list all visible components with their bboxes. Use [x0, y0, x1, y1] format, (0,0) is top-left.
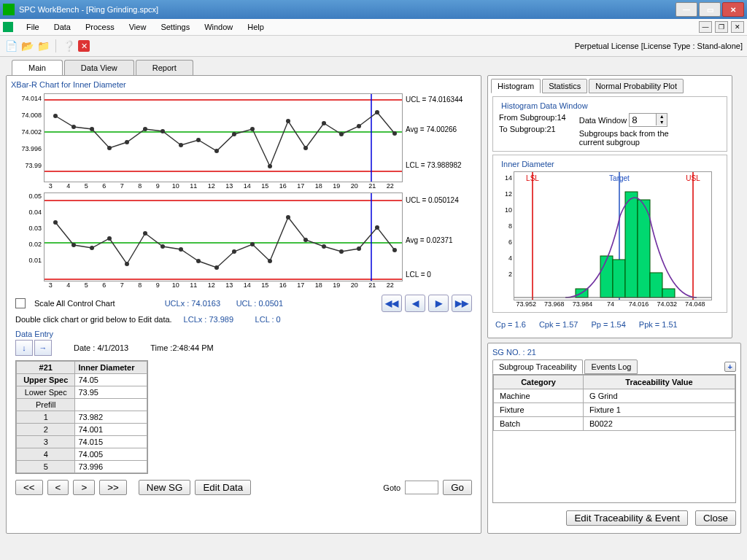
- add-trace-button[interactable]: +: [724, 362, 736, 372]
- tab-dataview[interactable]: Data View: [64, 60, 134, 75]
- left-panel: XBar-R Chart for Inner Diameter 74.014 7…: [6, 75, 481, 534]
- svg-point-18: [303, 146, 308, 150]
- xbar-chart[interactable]: 74.014 74.008 74.002 73.996 73.99: [15, 93, 472, 190]
- nav-last-button[interactable]: ▶▶: [452, 295, 472, 312]
- data-window-spinner[interactable]: ▲▼: [629, 113, 667, 127]
- svg-point-5: [71, 125, 76, 129]
- data-grid[interactable]: #21Inner Diameter Upper Spec74.05 Lower …: [15, 360, 148, 474]
- delete-icon[interactable]: ✕: [78, 40, 90, 52]
- row-header: Lower Spec: [17, 386, 75, 399]
- menu-data[interactable]: Data: [47, 21, 78, 33]
- go-button[interactable]: Go: [443, 480, 472, 495]
- menu-help[interactable]: Help: [240, 21, 271, 33]
- svg-text:LSL: LSL: [526, 174, 539, 182]
- close-panel-button[interactable]: Close: [695, 510, 736, 526]
- de-down-button[interactable]: ↓: [15, 340, 33, 356]
- mdi-minimize-button[interactable]: —: [699, 21, 712, 33]
- cell[interactable]: 73.982: [75, 411, 147, 424]
- xtick: 74.016: [624, 300, 653, 308]
- cell[interactable]: 73.95: [75, 386, 147, 399]
- dw-input[interactable]: [630, 114, 656, 126]
- cell[interactable]: [75, 399, 147, 411]
- goto-input[interactable]: [405, 481, 438, 494]
- tab-subgroup-traceability[interactable]: Subgroup Traceability: [492, 359, 583, 374]
- tab-events-log[interactable]: Events Log: [584, 359, 638, 374]
- tab-main[interactable]: Main: [12, 60, 63, 75]
- ppk-stat: Ppk = 1.51: [639, 320, 678, 329]
- svg-point-39: [250, 242, 255, 246]
- minimize-button[interactable]: —: [676, 2, 697, 17]
- xtick: 74.048: [681, 300, 709, 308]
- first-sg-button[interactable]: <<: [15, 480, 43, 495]
- svg-point-29: [71, 243, 76, 247]
- open-icon[interactable]: 📂: [20, 39, 34, 52]
- cell[interactable]: 74.005: [75, 448, 147, 461]
- prev-sg-button[interactable]: <: [47, 480, 69, 495]
- svg-point-16: [268, 164, 272, 168]
- edit-data-button[interactable]: Edit Data: [195, 480, 251, 495]
- ytick: 0.05: [15, 192, 42, 209]
- scale-label: Scale All Control Chart: [34, 299, 115, 308]
- svg-point-44: [339, 249, 344, 254]
- svg-point-45: [357, 246, 361, 251]
- svg-rect-60: [662, 289, 675, 298]
- svg-point-6: [90, 127, 94, 131]
- spin-up-icon[interactable]: ▲: [656, 114, 667, 120]
- svg-rect-56: [613, 260, 625, 298]
- last-sg-button[interactable]: >>: [99, 480, 127, 495]
- close-button[interactable]: ✕: [722, 2, 744, 17]
- cell[interactable]: 74.05: [75, 374, 147, 386]
- menu-process[interactable]: Process: [78, 21, 122, 33]
- save-icon[interactable]: 📁: [36, 39, 50, 52]
- edit-traceability-button[interactable]: Edit Traceability & Event: [566, 510, 687, 526]
- trace-grid[interactable]: CategoryTraceability Value MachineG Grin…: [492, 374, 736, 503]
- grid-sg-header: #21: [17, 362, 75, 374]
- xaxis-ticks: 345678910111213141516171819202122: [42, 182, 399, 190]
- menu-file[interactable]: File: [19, 21, 47, 33]
- svg-point-42: [303, 238, 308, 242]
- mdi-restore-button[interactable]: ❐: [715, 21, 728, 33]
- menu-view[interactable]: View: [122, 21, 154, 33]
- tab-report[interactable]: Report: [136, 60, 193, 75]
- app-window: SPC WorkBench - [Ring Grinding.spcx] — ▭…: [0, 0, 747, 560]
- scale-checkbox[interactable]: [15, 298, 26, 308]
- tab-npp[interactable]: Normal Probability Plot: [589, 79, 684, 93]
- xtick: 74: [597, 300, 625, 308]
- spin-down-icon[interactable]: ▼: [656, 120, 667, 125]
- new-sg-button[interactable]: New SG: [139, 480, 191, 495]
- svg-point-8: [125, 140, 129, 144]
- row-header: Upper Spec: [17, 374, 75, 386]
- new-icon[interactable]: 📄: [4, 39, 18, 52]
- xtick: 73.968: [541, 300, 569, 308]
- menu-window[interactable]: Window: [197, 21, 240, 33]
- trace-cell: B0022: [584, 417, 735, 431]
- nav-first-button[interactable]: ◀◀: [382, 295, 402, 312]
- svg-point-31: [107, 236, 112, 241]
- tab-statistics[interactable]: Statistics: [542, 79, 587, 93]
- ytick: 14: [499, 174, 512, 190]
- mdi-close-button[interactable]: ✕: [731, 21, 744, 33]
- tab-histogram[interactable]: Histogram: [491, 79, 541, 93]
- r-chart[interactable]: 0.05 0.04 0.03 0.02 0.01: [15, 192, 472, 289]
- to-subgroup: To Subgroup:21: [499, 125, 566, 133]
- ytick: 73.996: [15, 145, 42, 162]
- next-sg-button[interactable]: >: [73, 480, 95, 495]
- data-entry: Data Entry ↓ → Date : 4/1/2013 Time :2:4…: [7, 327, 481, 502]
- nav-prev-button[interactable]: ◀: [405, 295, 425, 312]
- nav-next-button[interactable]: ▶: [428, 295, 449, 312]
- svg-point-30: [90, 246, 94, 250]
- menu-settings[interactable]: Settings: [153, 21, 197, 33]
- svg-point-38: [232, 249, 236, 254]
- svg-point-4: [53, 114, 58, 118]
- maximize-button[interactable]: ▭: [699, 2, 721, 17]
- window-title: SPC WorkBench - [Ring Grinding.spcx]: [19, 5, 158, 14]
- help-icon[interactable]: ❔: [62, 39, 75, 52]
- cell[interactable]: 74.015: [75, 436, 147, 448]
- svg-point-34: [160, 244, 165, 249]
- svg-point-10: [160, 129, 165, 133]
- cell[interactable]: 74.001: [75, 424, 147, 436]
- cell[interactable]: 73.996: [75, 461, 147, 473]
- dw-label: Data Window: [579, 116, 627, 125]
- de-right-button[interactable]: →: [34, 340, 52, 356]
- histogram-chart[interactable]: LSL USL Target: [514, 171, 712, 300]
